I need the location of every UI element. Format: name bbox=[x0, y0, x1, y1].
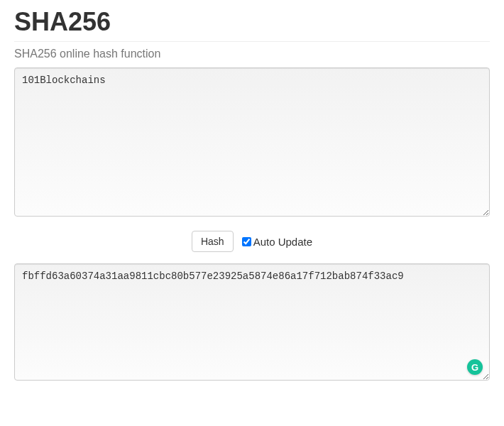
header-divider bbox=[14, 41, 490, 42]
auto-update-checkbox[interactable] bbox=[242, 237, 251, 246]
page-subtitle: SHA256 online hash function bbox=[14, 48, 490, 60]
grammarly-icon[interactable]: G bbox=[467, 359, 483, 375]
controls-row: Hash Auto Update bbox=[14, 231, 490, 252]
page-title: SHA256 bbox=[14, 7, 490, 37]
hash-output-textarea[interactable]: fbffd63a60374a31aa9811cbc80b577e23925a58… bbox=[14, 263, 490, 381]
hash-input-textarea[interactable]: 101Blockchains bbox=[14, 67, 490, 217]
output-wrapper: fbffd63a60374a31aa9811cbc80b577e23925a58… bbox=[14, 263, 490, 383]
hash-button[interactable]: Hash bbox=[192, 231, 234, 252]
auto-update-label: Auto Update bbox=[253, 236, 312, 248]
auto-update-wrapper[interactable]: Auto Update bbox=[242, 236, 312, 248]
